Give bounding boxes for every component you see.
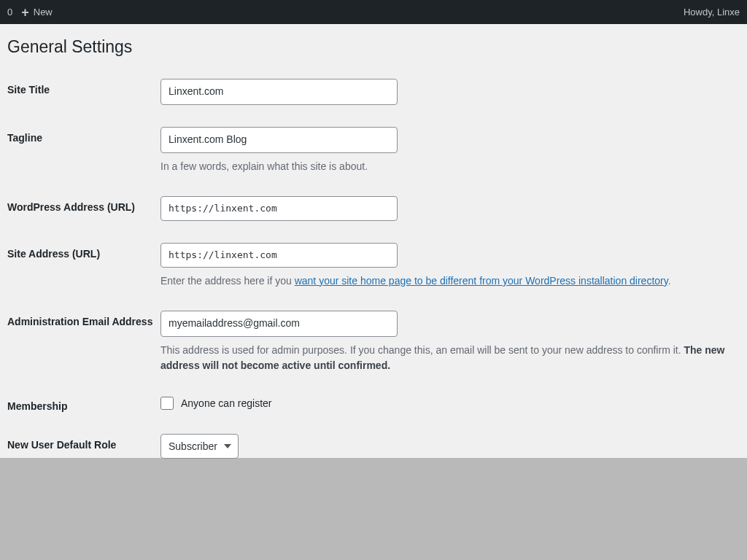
page-title: General Settings xyxy=(7,37,747,57)
field-wp-address xyxy=(160,196,747,221)
field-membership: Anyone can register xyxy=(160,395,747,410)
settings-form: Site Title Tagline In a few words, expla… xyxy=(7,79,747,459)
label-membership: Membership xyxy=(7,395,160,412)
row-default-role: New User Default Role Subscriber xyxy=(7,434,747,459)
label-tagline: Tagline xyxy=(7,127,160,144)
row-tagline: Tagline In a few words, explain what thi… xyxy=(7,127,747,174)
checkbox-label-membership: Anyone can register xyxy=(181,397,272,409)
desc-site-address-suffix: . xyxy=(668,275,671,287)
desc-site-address: Enter the address here if you want your … xyxy=(160,273,747,289)
input-wp-address[interactable] xyxy=(160,196,398,221)
field-admin-email: This address is used for admin purposes.… xyxy=(160,311,747,373)
field-site-title xyxy=(160,79,747,105)
desc-admin-email: This address is used for admin purposes.… xyxy=(160,343,747,373)
select-wrap-default-role: Subscriber xyxy=(160,434,239,459)
comment-count: 0 xyxy=(7,7,12,18)
desc-tagline: In a few words, explain what this site i… xyxy=(160,159,747,174)
field-default-role: Subscriber xyxy=(160,434,747,459)
link-site-address-help[interactable]: want your site home page to be different… xyxy=(295,275,668,287)
row-site-address: Site Address (URL) Enter the address her… xyxy=(7,243,747,289)
label-site-title: Site Title xyxy=(7,79,160,96)
row-membership: Membership Anyone can register xyxy=(7,395,747,412)
admin-bar: 0 + New Howdy, Linxe xyxy=(0,0,747,24)
bottom-inactive-area xyxy=(0,458,747,560)
admin-bar-left: 0 + New xyxy=(7,6,53,19)
row-wp-address: WordPress Address (URL) xyxy=(7,196,747,221)
admin-bar-greeting[interactable]: Howdy, Linxe xyxy=(684,7,740,18)
input-tagline[interactable] xyxy=(160,127,398,153)
label-site-address: Site Address (URL) xyxy=(7,243,160,260)
checkbox-membership[interactable] xyxy=(160,397,174,410)
admin-bar-comments[interactable]: 0 xyxy=(7,7,12,18)
desc-admin-email-prefix: This address is used for admin purposes.… xyxy=(160,344,684,356)
input-site-title[interactable] xyxy=(160,79,398,105)
checkbox-wrap-membership: Anyone can register xyxy=(160,395,747,410)
label-wp-address: WordPress Address (URL) xyxy=(7,196,160,213)
plus-icon: + xyxy=(21,6,29,19)
input-admin-email[interactable] xyxy=(160,311,398,337)
label-default-role: New User Default Role xyxy=(7,434,160,451)
label-admin-email: Administration Email Address xyxy=(7,311,160,327)
field-tagline: In a few words, explain what this site i… xyxy=(160,127,747,174)
admin-bar-new[interactable]: + New xyxy=(21,6,53,19)
row-admin-email: Administration Email Address This addres… xyxy=(7,311,747,373)
content-area: General Settings Site Title Tagline In a… xyxy=(0,24,747,458)
row-site-title: Site Title xyxy=(7,79,747,105)
desc-site-address-prefix: Enter the address here if you xyxy=(160,275,295,287)
new-label: New xyxy=(34,7,53,18)
select-default-role[interactable]: Subscriber xyxy=(160,434,239,459)
input-site-address[interactable] xyxy=(160,243,398,268)
greeting-text: Howdy, Linxe xyxy=(684,7,740,18)
field-site-address: Enter the address here if you want your … xyxy=(160,243,747,289)
